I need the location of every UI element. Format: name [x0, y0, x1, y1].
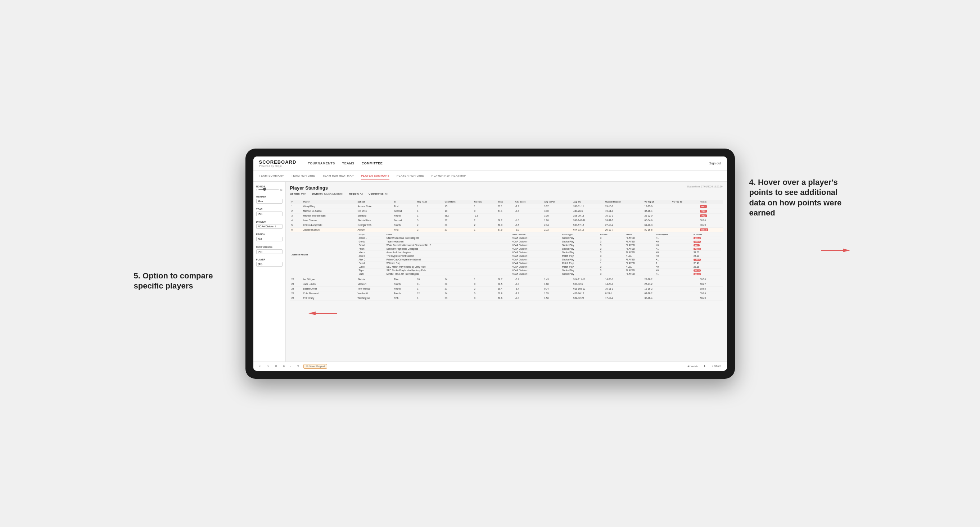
icell-wpoints[interactable]: 40.64: [692, 237, 721, 240]
player-table: # Player School Yr Reg Rank Conf Rank No…: [290, 200, 723, 301]
cell-no-rds: 0: [473, 296, 496, 300]
table-row[interactable]: 3 Michael Thorbjornsen Stanford Fourth 1…: [290, 213, 723, 218]
tab-team-h2h-heatmap[interactable]: TEAM H2H HEATMAP: [323, 173, 354, 179]
icell-wpoints[interactable]: 24.11: [692, 254, 721, 258]
cell-points[interactable]: 59.95: [698, 291, 723, 296]
inner-table-row[interactable]: Gordo Tiger Invitational NCAA Division I…: [357, 240, 721, 243]
slider-track[interactable]: [258, 189, 279, 190]
download-button[interactable]: ⬇: [702, 364, 707, 368]
cell-num: 4: [290, 218, 302, 223]
player-select[interactable]: (All): [256, 262, 283, 267]
tab-player-h2h-heatmap[interactable]: PLAYER H2H HEATMAP: [431, 173, 466, 179]
region-select[interactable]: N/A: [256, 237, 283, 241]
cell-points[interactable]: 60.58: [698, 277, 723, 282]
top-nav: SCOREBOARD Powered by clippi TOURNAMENTS…: [253, 157, 727, 170]
cell-points[interactable]: 78.2: [698, 209, 723, 213]
inner-table-row[interactable]: Marce Amer An Intercollegiate NCAA Divis…: [357, 251, 721, 254]
cell-points[interactable]: 60.02: [698, 286, 723, 291]
inner-table-row[interactable]: David Williams Cup NCAA Division I Match…: [357, 262, 721, 265]
inner-table-row[interactable]: Brend Wake Forest Invitational at Pinehu…: [357, 243, 721, 247]
icell-rank: +1: [655, 272, 692, 276]
gender-select[interactable]: Men Women: [256, 199, 283, 203]
table-row-expanded[interactable]: 6 Jackson Koivun Auburn First 2 27 1 87.…: [290, 227, 723, 232]
tab-team-h2h-grid[interactable]: TEAM H2H GRID: [291, 173, 315, 179]
cell-wins: 87.5: [496, 227, 514, 232]
icell-status: PLAYED: [625, 272, 655, 276]
icell-wpoints[interactable]: 18.50: [692, 258, 721, 262]
col-player: Player: [302, 200, 356, 204]
icell-status: PLAYED: [625, 262, 655, 265]
cell-points[interactable]: 70.2: [698, 213, 723, 218]
cell-avg-to-par: 1.05: [543, 291, 572, 296]
icell-rank: 1: [655, 262, 692, 265]
inner-table-row[interactable]: Alex C Fallen Oak Collegiate Invitationa…: [357, 258, 721, 262]
table-row[interactable]: 26 Petr Hruby Washington Fifth 1 23 0 68…: [290, 296, 723, 300]
cell-adj-score: -1.6: [514, 218, 543, 223]
view-original-button[interactable]: 👁 View: Original: [303, 364, 327, 369]
icell-wpoints[interactable]: 73.33: [692, 247, 721, 251]
inner-table-row[interactable]: Jacob... UNCW Seahawk Intercollegiate NC…: [357, 237, 721, 240]
cell-reg-rank: 1: [416, 204, 443, 209]
icell-wpoints[interactable]: 65.40: [692, 272, 721, 276]
cell-points[interactable]: 68.94: [698, 218, 723, 223]
table-row[interactable]: 2 Michael La Sasso Ole Miss Second 1 18 …: [290, 209, 723, 213]
conference-filter-label: Conference:: [369, 192, 385, 195]
cell-points[interactable]: 60.27: [698, 282, 723, 286]
cell-no-rds: -2.8: [473, 213, 496, 218]
tooltip-player-name: Jackson Koivun: [290, 232, 356, 277]
settings-button[interactable]: ⚙: [274, 364, 278, 368]
icell-wpoints[interactable]: 37.57: [692, 251, 721, 254]
cell-no-rds: 2: [473, 223, 496, 227]
inner-table-row[interactable]: Tiger SEC Stroke Play hosted by Jerry Pa…: [357, 269, 721, 272]
icell-wpoints[interactable]: 30.47: [692, 262, 721, 265]
icell-wpoints[interactable]: 25.38: [692, 265, 721, 269]
tab-player-summary[interactable]: PLAYER SUMMARY: [361, 173, 390, 179]
col-school: School: [356, 200, 392, 204]
cell-wins: 68.0: [496, 223, 514, 227]
share-label: Share: [714, 365, 721, 367]
cell-avg-sg: 562-02-23: [572, 296, 604, 300]
col-no-rds: No Rds.: [473, 200, 496, 204]
redo-button[interactable]: ↪: [266, 364, 270, 368]
nav-teams[interactable]: TEAMS: [342, 160, 355, 167]
inner-table-row[interactable]: Jake I The Cypress Point Classic NCAA Di…: [357, 254, 721, 258]
icell-wpoints[interactable]: 53.60: [692, 240, 721, 243]
cell-points[interactable]: 80.49: [698, 223, 723, 227]
cell-yr: Fourth: [392, 223, 416, 227]
clock-button[interactable]: ⏱: [295, 364, 301, 368]
inner-table-row[interactable]: Matti Mirabei Maui Jim Intercollegiate N…: [357, 272, 721, 276]
copy-button[interactable]: ⧉: [282, 364, 286, 368]
cell-school: New Mexico: [356, 286, 392, 291]
no-rds-label: No Rds.: [256, 185, 283, 188]
table-row[interactable]: 25 Cole Sherwood Vanderbilt Fourth 12 24…: [290, 291, 723, 296]
division-select[interactable]: NCAA Division I: [256, 224, 283, 229]
inner-table-row[interactable]: Luke I SEC Match Play hosted by Jerry Pa…: [357, 265, 721, 269]
tooltip-inner-table: Player Event Event Division Event Type R…: [357, 233, 721, 276]
icell-player: Jake I: [357, 254, 385, 258]
tab-team-summary[interactable]: TEAM SUMMARY: [259, 173, 284, 179]
tab-player-h2h-grid[interactable]: PLAYER H2H GRID: [397, 173, 424, 179]
table-row[interactable]: 4 Luke Clanton Florida State Second 5 27…: [290, 218, 723, 223]
nav-committee[interactable]: COMMITTEE: [362, 160, 383, 167]
icell-wpoints[interactable]: 56.18: [692, 269, 721, 272]
table-row[interactable]: 24 Bastien Amat New Mexico Fourth 1 27 2…: [290, 286, 723, 291]
table-row[interactable]: 23 Jack Lundin Missouri Fourth 11 24 0 8…: [290, 282, 723, 286]
cell-points[interactable]: 88.2: [698, 204, 723, 209]
table-row[interactable]: 5 Christo Lamprecht Georgia Tech Fourth …: [290, 223, 723, 227]
cell-points[interactable]: 68.18: [698, 227, 723, 232]
undo-button[interactable]: ↩: [258, 364, 263, 368]
inner-table-row[interactable]: Phich Southern Highlands Collegiate NCAA…: [357, 247, 721, 251]
watch-button[interactable]: 👁 Watch: [686, 364, 699, 368]
year-select[interactable]: (All): [256, 211, 283, 216]
table-row[interactable]: 22 Ian Gilligan Florida Third 10 24 1 68…: [290, 277, 723, 282]
cell-points[interactable]: 58.49: [698, 296, 723, 300]
conference-select[interactable]: (All): [256, 249, 283, 254]
icol-wpoints: W Points: [692, 233, 721, 237]
share-button[interactable]: ↗ Share: [710, 364, 723, 368]
table-row[interactable]: 1 Wenyi Ding Arizona State First 1 15 1 …: [290, 204, 723, 209]
icell-wpoints[interactable]: 46.7: [692, 243, 721, 247]
sign-out-link[interactable]: Sign out: [709, 162, 721, 165]
icell-rounds: 3: [599, 247, 624, 251]
cell-avg-sg: 533-57-16: [572, 223, 604, 227]
nav-tournaments[interactable]: TOURNAMENTS: [308, 160, 335, 167]
